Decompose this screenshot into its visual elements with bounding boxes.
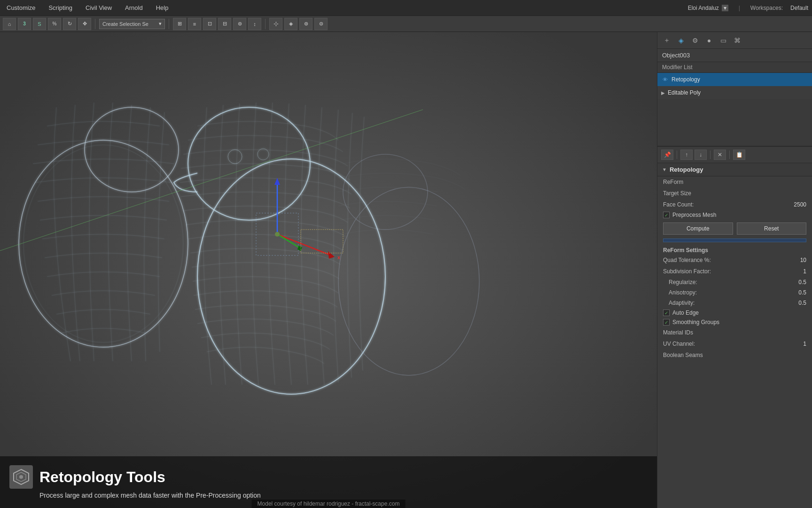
smoothing-groups-label: Smoothing Groups: [672, 319, 719, 325]
smoothing-groups-row: Smoothing Groups: [657, 318, 812, 327]
toolbar-btn-a4[interactable]: ⊜: [314, 18, 328, 30]
toolbar-btn-grid1[interactable]: ⊞: [173, 18, 186, 30]
user-name: Eloi Andaluz: [688, 5, 719, 11]
adaptivity-label: Adaptivity:: [669, 300, 798, 306]
watermark-bar: Retopology Tools Process large and compl…: [0, 456, 657, 508]
viewport[interactable]: x: [0, 32, 657, 508]
retopology-eye: 👁: [661, 76, 669, 83]
subdiv-row: Subdivision Factor: 1: [657, 266, 812, 277]
toolbar-btn-rotate[interactable]: ↻: [63, 18, 76, 30]
retopology-name: Retopology: [671, 76, 700, 83]
anisotropy-label: Anisotropy:: [669, 289, 798, 296]
toolbar-btn-a3[interactable]: ⊛: [299, 18, 312, 30]
panel-icon-dot[interactable]: ●: [703, 35, 715, 46]
uv-channel-row: UV Channel: 1: [657, 338, 812, 349]
regularize-label: Regularize:: [669, 279, 798, 286]
editable-poly-name: Editable Poly: [668, 89, 701, 96]
target-size-row: Target Size: [657, 188, 812, 199]
workspaces-label: Workspaces:: [750, 5, 783, 11]
reset-btn[interactable]: Reset: [737, 222, 807, 235]
toolbar-btn-s[interactable]: S: [33, 18, 46, 30]
panel-icons: ＋ ◈ ⚙ ● ▭ ⌘: [657, 32, 812, 49]
material-ids-label: Material IDs: [663, 329, 806, 336]
toolbar-btn-grid2[interactable]: ≡: [188, 18, 201, 30]
watermark-credit: Model courtesy of hildemar rodriguez - f…: [252, 500, 406, 508]
retopology-section-title: Retopology: [670, 166, 703, 173]
toolbar-btn-select[interactable]: ✥: [78, 18, 91, 30]
boolean-seams-row: Boolean Seams: [657, 349, 812, 361]
preprocess-label: Preprocess Mesh: [672, 212, 716, 218]
reform-settings-label: ReForm Settings: [657, 245, 812, 254]
material-ids-row: Material IDs: [657, 327, 812, 338]
menu-scripting[interactable]: Scripting: [46, 2, 75, 13]
panel-icon-key[interactable]: ⌘: [732, 35, 743, 46]
toolbar-btn-a1[interactable]: ⊹: [269, 18, 282, 30]
target-size-label: Target Size: [663, 190, 806, 197]
auto-edge-row: Auto Edge: [657, 308, 812, 318]
modifier-editable-poly[interactable]: ▶ Editable Poly: [657, 86, 812, 99]
toolbar-btn-a2[interactable]: ◈: [284, 18, 297, 30]
preprocess-checkbox[interactable]: [663, 212, 670, 218]
uv-channel-label: UV Channel:: [663, 341, 803, 347]
face-count-value: 2500: [794, 201, 806, 208]
mod-tool-move-up[interactable]: ↑: [680, 150, 693, 160]
uv-channel-value: 1: [803, 341, 806, 347]
modifier-tools: 📌 ↑ ↓ ✕ 📋: [657, 146, 812, 163]
main-area: x: [0, 32, 812, 508]
selection-dropdown-label: Create Selection Se: [102, 21, 148, 27]
toolbar-btn-home[interactable]: ⌂: [3, 18, 16, 30]
menu-customize[interactable]: Customize: [4, 2, 38, 13]
mod-tool-delete[interactable]: ✕: [714, 150, 726, 160]
editable-poly-arrow: ▶: [661, 90, 665, 95]
auto-edge-checkbox[interactable]: [663, 310, 670, 316]
toolbar-btn-percent[interactable]: %: [48, 18, 61, 30]
panel-icon-pin[interactable]: ＋: [661, 35, 672, 46]
watermark-subtitle: Process large and complex mesh data fast…: [39, 492, 648, 499]
smoothing-groups-checkbox[interactable]: [663, 319, 670, 325]
toolbar: ⌂ 3 S % ↻ ✥ Create Selection Se ▾ ⊞ ≡ ⊡ …: [0, 16, 812, 32]
toolbar-btn-up[interactable]: ↕: [248, 18, 261, 30]
quad-tol-row: Quad Tolerance %: 10: [657, 254, 812, 266]
right-panel: ＋ ◈ ⚙ ● ▭ ⌘ Object003 Modifier List 👁 Re…: [657, 32, 812, 508]
selection-dropdown[interactable]: Create Selection Se ▾: [99, 19, 165, 29]
compute-reset-row: Compute Reset: [657, 220, 812, 238]
mod-tool-clipboard[interactable]: 📋: [733, 150, 745, 160]
svg-point-20: [275, 232, 280, 237]
toolbar-btn-3d[interactable]: 3: [18, 18, 31, 30]
menu-arnold[interactable]: Arnold: [122, 2, 146, 13]
toolbar-btn-grid5[interactable]: ⊚: [233, 18, 246, 30]
modifier-retopology[interactable]: 👁 Retopology: [657, 73, 812, 86]
quad-tol-label: Quad Tolerance %:: [663, 257, 800, 263]
panel-icon-modifier[interactable]: ⚙: [689, 35, 701, 46]
face-count-label: Face Count:: [663, 201, 794, 208]
anisotropy-value: 0.5: [798, 289, 806, 296]
mod-tool-pin[interactable]: 📌: [661, 150, 673, 160]
panel-icon-rect[interactable]: ▭: [718, 35, 729, 46]
compute-btn[interactable]: Compute: [663, 222, 733, 235]
regularize-row: Regularize: 0.5: [657, 277, 812, 287]
object-name: Object003: [657, 49, 812, 62]
face-count-row: Face Count: 2500: [657, 199, 812, 210]
subdiv-label: Subdivision Factor:: [663, 268, 803, 275]
menu-bar: Customize Scripting Civil View Arnold He…: [0, 0, 812, 16]
preprocess-row: Preprocess Mesh: [657, 210, 812, 220]
adaptivity-row: Adaptivity: 0.5: [657, 298, 812, 308]
toolbar-btn-grid3[interactable]: ⊡: [203, 18, 216, 30]
selection-dropdown-arrow: ▾: [159, 21, 162, 27]
adaptivity-value: 0.5: [798, 300, 806, 306]
viewport-svg: x: [0, 32, 657, 508]
mod-tool-move-down[interactable]: ↓: [695, 150, 707, 160]
menu-civil-view[interactable]: Civil View: [83, 2, 115, 13]
toolbar-btn-grid4[interactable]: ⊟: [218, 18, 231, 30]
watermark-title: Retopology Tools: [39, 468, 165, 486]
boolean-seams-label: Boolean Seams: [663, 352, 806, 358]
retopology-section-header[interactable]: ▼ Retopology: [657, 163, 812, 176]
svg-rect-0: [0, 32, 657, 508]
menu-help[interactable]: Help: [153, 2, 172, 13]
retopology-section-arrow: ▼: [662, 167, 667, 172]
panel-icon-object[interactable]: ◈: [675, 35, 687, 46]
subdiv-value: 1: [803, 268, 806, 275]
progress-indicator: [663, 238, 806, 242]
reform-label: ReForm: [663, 179, 806, 185]
user-dropdown-btn[interactable]: ▾: [722, 5, 728, 11]
